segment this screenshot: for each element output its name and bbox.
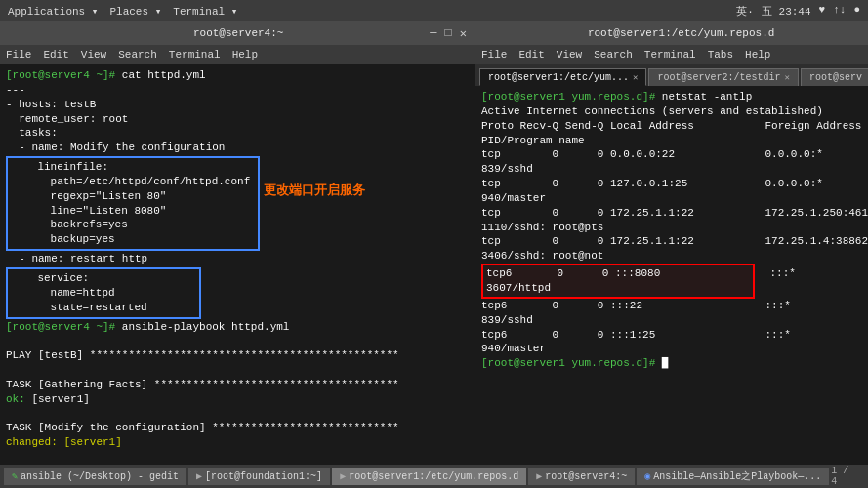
right-terminal-body[interactable]: [root@server1 yum.repos.d]# netstat -ant… [475,86,868,465]
taskbar-gedit[interactable]: ✎ ansible (~/Desktop) - gedit [4,468,186,485]
system-bar: Applications ▾ Places ▾ Terminal ▾ 英· 五 … [0,0,868,21]
system-bar-left: Applications ▾ Places ▾ Terminal ▾ [8,5,237,18]
tab-close-1[interactable]: ✕ [633,72,638,83]
tab-server1-yum[interactable]: root@server1:/etc/yum... ✕ [479,68,646,86]
taskbar: ✎ ansible (~/Desktop) - gedit ▶ [root@fo… [0,465,868,488]
r-edit-menu[interactable]: Edit [518,49,544,61]
left-menubar: File Edit View Search Terminal Help [0,45,475,64]
r-terminal-menu[interactable]: Terminal [644,49,696,61]
tab-label-3: root@serv [809,72,862,83]
tab-server2-testdir[interactable]: root@server2:/testdir ✕ [648,68,798,86]
gedit-label: ansible (~/Desktop) - gedit [21,471,179,482]
system-bar-right: 英· 五 23:44 ♥ ↑↓ ● [736,4,860,19]
terminal-icon-1: ▶ [196,470,202,482]
search-menu[interactable]: Search [118,49,157,61]
minimize-button[interactable]: — [430,26,436,41]
left-terminal: root@server4:~ — □ ✕ File Edit View Sear… [0,21,475,465]
terminal-menu[interactable]: Terminal ▾ [173,5,237,18]
edit-menu[interactable]: Edit [43,49,68,61]
close-button[interactable]: ✕ [460,26,467,41]
r-search-menu[interactable]: Search [594,49,633,61]
input-indicator: 英· [736,4,754,19]
network-icon: ↑↓ [833,4,846,19]
left-controls[interactable]: — □ ✕ [430,26,467,41]
page-indicator: 1 / 4 [831,466,864,487]
r-file-menu[interactable]: File [481,49,507,61]
volume-icon: ● [853,4,860,19]
terminal-icon-2: ▶ [340,470,346,482]
tab-server-extra[interactable]: root@serv [801,68,868,86]
applications-menu[interactable]: Applications ▾ [8,5,98,18]
left-terminal-body[interactable]: [root@server4 ~]# cat httpd.yml --- - ho… [0,64,475,465]
right-menubar: File Edit View Search Terminal Tabs Help [475,45,868,64]
taskbar-foundation[interactable]: ▶ [root@foundation1:~] [188,468,330,485]
places-menu[interactable]: Places ▾ [109,5,161,18]
left-titlebar: root@server4:~ — □ ✕ [0,21,475,45]
server4-label: root@server4:~ [545,471,627,482]
maximize-button[interactable]: □ [445,26,452,41]
right-terminal: root@server1:/etc/yum.repos.d File Edit … [475,21,868,465]
datetime: 五 23:44 [762,4,811,19]
left-title: root@server4:~ [47,27,430,39]
tab-label-1: root@server1:/etc/yum... [488,72,629,83]
file-menu[interactable]: File [6,49,31,61]
terminal-menu-item[interactable]: Terminal [169,49,221,61]
ansible-playbook-label: Ansible—Ansible之Playbook—... [653,469,821,483]
tabs-bar: root@server1:/etc/yum... ✕ root@server2:… [475,64,868,86]
server1-yum-label: root@server1:/etc/yum.repos.d [349,471,518,482]
r-help-menu[interactable]: Help [745,49,770,61]
battery-icon: ♥ [819,4,826,19]
right-titlebar: root@server1:/etc/yum.repos.d [475,21,868,45]
terminal-icon-3: ▶ [536,470,542,482]
tab-close-2[interactable]: ✕ [784,72,789,83]
right-title: root@server1:/etc/yum.repos.d [483,27,868,39]
r-view-menu[interactable]: View [557,49,582,61]
tab-label-2: root@server2:/testdir [657,72,780,83]
annotation-text: 更改端口开启服务 [264,182,365,199]
taskbar-ansible-playbook[interactable]: ◉ Ansible—Ansible之Playbook—... [637,468,829,485]
r-tabs-menu[interactable]: Tabs [708,49,733,61]
taskbar-server4[interactable]: ▶ root@server4:~ [528,468,635,485]
taskbar-server1-yum[interactable]: ▶ root@server1:/etc/yum.repos.d [332,468,526,485]
view-menu[interactable]: View [81,49,106,61]
foundation-label: [root@foundation1:~] [205,471,322,482]
help-menu[interactable]: Help [232,49,258,61]
gedit-icon: ✎ [12,470,18,482]
browser-icon: ◉ [644,470,650,482]
